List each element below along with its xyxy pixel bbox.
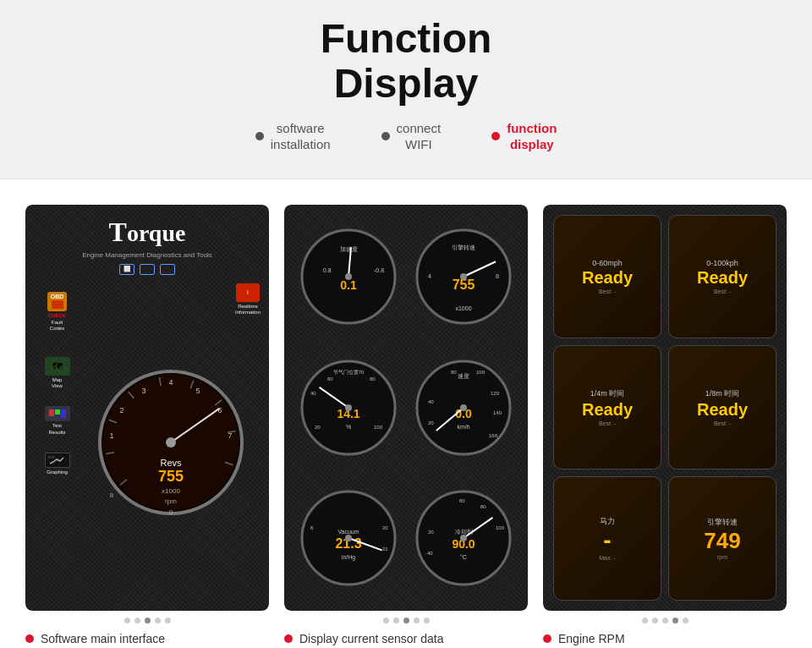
dot3-1[interactable]	[642, 618, 648, 623]
svg-text:2: 2	[119, 406, 123, 415]
content-section: Torque Engine Management Diagnostics and…	[0, 178, 812, 648]
dot2-2[interactable]	[393, 618, 399, 623]
step-3-label: functiondisplay	[507, 120, 557, 153]
torque-title: Torque	[109, 217, 186, 248]
svg-text:1: 1	[109, 431, 113, 440]
dot2-4[interactable]	[414, 618, 420, 623]
gauge-accel: 加速度 0.8 -0.8 0.1	[294, 215, 403, 339]
caption-2: Display current sensor data	[284, 632, 528, 645]
dot-5[interactable]	[165, 618, 171, 623]
svg-text:3: 3	[141, 387, 145, 395]
svg-text:x1000: x1000	[162, 487, 180, 495]
perf-card-0100kph-title: 0-100kph	[706, 259, 738, 267]
svg-text:120: 120	[491, 391, 500, 396]
step-1-label: softwareinstallation	[271, 120, 331, 153]
caption-3: Engine RPM	[543, 632, 787, 645]
svg-text:80: 80	[370, 376, 376, 382]
svg-text:引擎转速: 引擎转速	[452, 244, 475, 251]
screenshot1-dots	[25, 618, 269, 623]
perf-card-14m-sub: Best: -	[599, 420, 616, 426]
perf-card-0100kph: 0-100kph Ready Best: -	[668, 215, 776, 339]
svg-text:100: 100	[496, 525, 505, 530]
svg-text:rpm: rpm	[165, 497, 177, 505]
perf-card-eng-rpm-title: 引擎转速	[707, 517, 738, 528]
svg-text:-0.8: -0.8	[374, 267, 384, 273]
svg-text:8: 8	[496, 273, 499, 279]
gauges-screen-img: 加速度 0.8 -0.8 0.1	[284, 205, 528, 611]
svg-text:8: 8	[109, 491, 113, 499]
caption-2-text: Display current sensor data	[299, 632, 443, 645]
perf-card-hp-title: 马力	[600, 516, 615, 527]
dot3-3[interactable]	[662, 618, 668, 623]
perf-card-14m-title: 1/4m 时间	[590, 388, 625, 399]
dot-1[interactable]	[124, 618, 130, 623]
gauge-vacuum: 8 20 21 Vacuum 21.3 in/Hg	[294, 476, 403, 601]
perf-card-eng-rpm-value: 749	[704, 530, 740, 552]
svg-text:40: 40	[428, 399, 434, 404]
dot-2[interactable]	[134, 618, 140, 623]
svg-text:20: 20	[315, 425, 321, 430]
perf-card-hp-value: -	[603, 529, 611, 552]
svg-point-41	[460, 273, 467, 280]
step-2[interactable]: connectWIFI	[381, 120, 442, 153]
gauge-coolant: 20 60 80 100 -40 冷却剂 90.0 °C	[409, 476, 518, 601]
caption-1: Software main interface	[25, 632, 269, 645]
svg-text:XYZ: XYZ	[48, 455, 55, 459]
screenshot3-dots	[543, 618, 787, 623]
step-1[interactable]: softwareinstallation	[255, 120, 331, 153]
dot2-1[interactable]	[383, 618, 389, 623]
svg-text:4: 4	[428, 273, 431, 279]
svg-text:40: 40	[310, 391, 316, 396]
svg-text:Revs: Revs	[160, 458, 182, 468]
screenshot2-dots	[284, 618, 528, 623]
dot3-4[interactable]	[672, 618, 678, 623]
perf-card-060mph: 0-60mph Ready Best: -	[553, 215, 661, 339]
torque-screen-img: Torque Engine Management Diagnostics and…	[25, 205, 269, 611]
svg-text:160: 160	[489, 433, 498, 438]
perf-card-eng-rpm-sub: rpm	[717, 554, 727, 560]
screenshot-gauges: 加速度 0.8 -0.8 0.1	[284, 205, 528, 645]
perf-card-eng-rpm: 引擎转速 749 rpm	[668, 476, 776, 601]
svg-text:20: 20	[428, 420, 434, 426]
step-3[interactable]: functiondisplay	[491, 120, 557, 153]
perf-card-18m-value: Ready	[697, 401, 748, 418]
dot2-5[interactable]	[424, 618, 430, 623]
perf-card-14m-value: Ready	[582, 401, 633, 418]
perf-card-18m-title: 1/8m 时间	[705, 388, 740, 399]
svg-text:0.8: 0.8	[323, 267, 332, 273]
dot3-5[interactable]	[683, 618, 689, 623]
svg-text:5: 5	[195, 387, 200, 395]
svg-text:0: 0	[168, 508, 173, 516]
steps-nav: softwareinstallation connectWIFI functio…	[0, 120, 812, 170]
svg-text:°C: °C	[460, 554, 467, 560]
dot-3[interactable]	[145, 618, 151, 623]
dot-4[interactable]	[155, 618, 161, 623]
svg-text:140: 140	[493, 410, 502, 415]
caption-1-text: Software main interface	[41, 632, 165, 645]
screenshot-performance: 0-60mph Ready Best: - 0-100kph Ready Bes…	[543, 205, 787, 645]
svg-text:in/Hg: in/Hg	[342, 554, 355, 561]
perf-card-14m: 1/4m 时间 Ready Best: -	[553, 345, 661, 470]
svg-text:80: 80	[480, 504, 486, 509]
dot2-3[interactable]	[403, 618, 409, 623]
svg-text:20: 20	[382, 525, 388, 530]
caption-1-dot	[25, 634, 34, 643]
perf-card-060mph-title: 0-60mph	[592, 259, 623, 267]
svg-point-74	[345, 535, 352, 541]
svg-point-52	[345, 404, 352, 411]
dot3-2[interactable]	[652, 618, 658, 623]
svg-point-33	[345, 273, 352, 280]
perf-card-0100kph-value: Ready	[697, 269, 748, 286]
svg-text:Vacuum: Vacuum	[337, 529, 359, 535]
svg-point-20	[166, 437, 176, 448]
svg-text:60: 60	[327, 376, 333, 382]
svg-text:6: 6	[217, 406, 222, 415]
torque-subtitle: Engine Management Diagnostics and Tools	[82, 251, 212, 259]
page-title: Function Display	[0, 17, 812, 107]
step-3-dot	[491, 132, 500, 140]
svg-text:4: 4	[168, 378, 173, 387]
step-1-dot	[255, 132, 264, 140]
torque-sidebar: OBD CHECK FaultCodes 🗺	[34, 283, 80, 602]
svg-text:7: 7	[228, 431, 232, 440]
svg-text:-40: -40	[425, 551, 433, 556]
